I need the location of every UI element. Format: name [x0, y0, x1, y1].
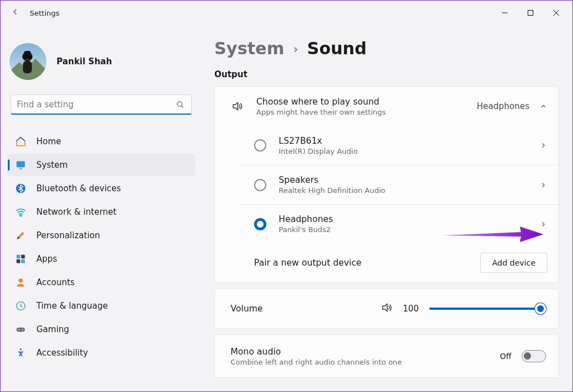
- apps-icon: [15, 253, 26, 265]
- sidebar-item-personalization[interactable]: Personalization: [7, 224, 195, 247]
- search-input[interactable]: [11, 95, 192, 115]
- svg-point-9: [177, 102, 182, 107]
- mono-audio-card: Mono audio Combine left and right audio …: [214, 334, 559, 378]
- brush-icon: [15, 230, 26, 241]
- volume-icon[interactable]: [381, 301, 393, 316]
- mono-toggle[interactable]: [522, 350, 546, 362]
- output-device-row[interactable]: Headphones Pankil's Buds2: [238, 204, 558, 243]
- add-device-button[interactable]: Add device: [480, 253, 547, 273]
- sidebar-item-label: Gaming: [36, 324, 69, 334]
- choose-output-title: Choose where to play sound: [256, 97, 464, 107]
- sidebar-item-label: Apps: [36, 254, 57, 264]
- device-name: LS27B61x: [279, 136, 527, 146]
- pair-device-label: Pair a new output device: [254, 258, 468, 268]
- sidebar: Pankil Shah Home System Bluetooth & devi…: [1, 25, 202, 392]
- svg-rect-22: [17, 328, 25, 332]
- device-sub: Realtek High Definition Audio: [279, 186, 527, 195]
- sidebar-item-time[interactable]: Time & language: [7, 295, 195, 317]
- chevron-up-icon: [539, 102, 547, 110]
- minimize-button[interactable]: [492, 4, 518, 22]
- choose-output-subtitle: Apps might have their own settings: [256, 108, 464, 116]
- maximize-button[interactable]: [518, 4, 543, 22]
- sidebar-item-accounts[interactable]: Accounts: [7, 271, 195, 294]
- device-name: Headphones: [279, 214, 527, 224]
- sidebar-item-label: System: [36, 160, 68, 170]
- back-button[interactable]: [4, 7, 26, 19]
- search-wrap: [11, 95, 192, 115]
- chevron-right-icon[interactable]: [539, 181, 547, 189]
- speaker-icon: [231, 100, 244, 113]
- user-card[interactable]: Pankil Shah: [7, 33, 195, 95]
- output-device-row[interactable]: LS27B61x Intel(R) Display Audio: [238, 126, 558, 165]
- svg-rect-16: [17, 255, 21, 259]
- mono-subtitle: Combine left and right audio channels in…: [231, 358, 490, 366]
- breadcrumb-parent[interactable]: System: [214, 39, 284, 58]
- svg-rect-8: [24, 51, 31, 55]
- user-name: Pankil Shah: [57, 56, 112, 67]
- system-icon: [15, 159, 26, 171]
- output-section-label: Output: [214, 69, 559, 79]
- radio-unselected[interactable]: [254, 139, 266, 152]
- sidebar-item-label: Personalization: [36, 230, 100, 240]
- pair-device-row: Pair a new output device Add device: [215, 243, 558, 282]
- sidebar-item-label: Bluetooth & devices: [36, 183, 121, 193]
- svg-line-10: [181, 106, 183, 107]
- device-sub: Intel(R) Display Audio: [279, 147, 527, 155]
- accessibility-icon: [15, 347, 26, 358]
- sidebar-item-network[interactable]: Network & internet: [7, 201, 195, 223]
- output-device-list: LS27B61x Intel(R) Display Audio Speakers…: [215, 126, 558, 243]
- home-icon: [15, 136, 26, 147]
- sidebar-item-gaming[interactable]: Gaming: [7, 318, 195, 341]
- person-icon: [15, 277, 26, 288]
- sidebar-item-apps[interactable]: Apps: [7, 248, 195, 270]
- sidebar-item-label: Accessibility: [36, 348, 88, 358]
- mono-title: Mono audio: [231, 347, 490, 357]
- window-controls: [492, 4, 569, 22]
- gamepad-icon: [15, 324, 26, 335]
- svg-rect-13: [20, 168, 22, 169]
- avatar: [10, 43, 46, 80]
- svg-point-20: [18, 278, 23, 283]
- choose-output-row[interactable]: Choose where to play sound Apps might ha…: [215, 87, 558, 126]
- window-title: Settings: [30, 9, 59, 17]
- svg-rect-19: [21, 259, 25, 263]
- chevron-right-icon[interactable]: [539, 141, 547, 149]
- svg-point-25: [20, 348, 22, 351]
- device-sub: Pankil's Buds2: [279, 225, 527, 234]
- radio-selected[interactable]: [254, 218, 266, 230]
- svg-rect-1: [528, 11, 533, 16]
- output-card: Choose where to play sound Apps might ha…: [214, 86, 559, 283]
- svg-rect-17: [21, 255, 25, 259]
- device-name: Speakers: [279, 175, 527, 185]
- mono-state-label: Off: [500, 352, 511, 361]
- svg-point-15: [20, 215, 21, 216]
- sidebar-item-home[interactable]: Home: [7, 130, 195, 153]
- breadcrumb: System › Sound: [214, 39, 559, 58]
- main-content: System › Sound Output Choose where to pl…: [202, 25, 572, 392]
- sidebar-item-label: Network & internet: [36, 207, 116, 217]
- chevron-right-icon[interactable]: [539, 220, 547, 228]
- bluetooth-icon: [15, 183, 26, 194]
- svg-rect-18: [17, 259, 21, 263]
- wifi-icon: [15, 206, 26, 218]
- nav-list: Home System Bluetooth & devices Network …: [7, 127, 195, 365]
- volume-slider[interactable]: [429, 308, 546, 310]
- svg-rect-6: [23, 61, 32, 73]
- output-device-row[interactable]: Speakers Realtek High Definition Audio: [238, 165, 558, 204]
- sidebar-item-system[interactable]: System: [7, 154, 195, 176]
- svg-point-23: [18, 329, 20, 330]
- sidebar-item-accessibility[interactable]: Accessibility: [7, 342, 195, 364]
- svg-point-24: [22, 329, 23, 330]
- sidebar-item-label: Accounts: [36, 277, 74, 287]
- sidebar-item-bluetooth[interactable]: Bluetooth & devices: [7, 177, 195, 200]
- search-icon[interactable]: [172, 95, 189, 115]
- selected-output-label: Headphones: [477, 101, 529, 111]
- page-title: Sound: [307, 39, 367, 58]
- close-button[interactable]: [543, 4, 569, 22]
- volume-value: 100: [403, 304, 419, 314]
- titlebar: Settings: [1, 1, 572, 25]
- sidebar-item-label: Home: [36, 136, 61, 147]
- svg-rect-11: [17, 161, 25, 167]
- svg-rect-7: [22, 55, 32, 59]
- radio-unselected[interactable]: [254, 179, 266, 191]
